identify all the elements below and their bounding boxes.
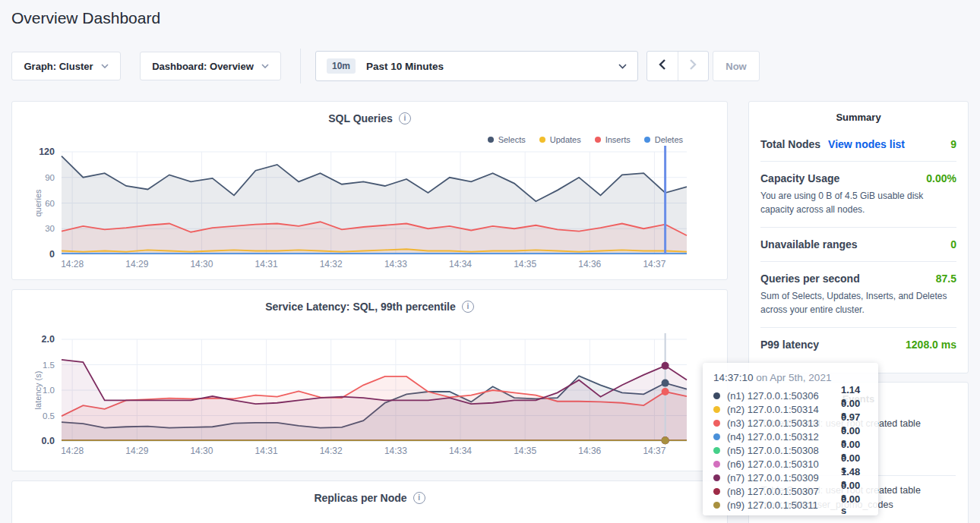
page-title: Overview Dashboard bbox=[11, 9, 160, 27]
service-latency-chart-card: Service Latency: SQL, 99th percentilei 1… bbox=[11, 289, 728, 471]
tooltip-node-label: (n2) 127.0.0.1:50314 bbox=[727, 404, 841, 415]
time-range-badge: 10m bbox=[327, 58, 356, 74]
legend-item-selects[interactable]: Selects bbox=[488, 135, 526, 144]
graph-scope-label: Graph: Cluster bbox=[24, 61, 93, 72]
svg-text:queries: queries bbox=[33, 189, 43, 217]
dashboard-dropdown[interactable]: Dashboard: Overview bbox=[140, 52, 281, 80]
svg-text:1.0: 1.0 bbox=[43, 386, 55, 395]
summary-row: Total NodesView nodes list9 bbox=[760, 128, 956, 162]
tooltip-node-value: 0.00 s bbox=[841, 493, 868, 516]
summary-row: Unavailable ranges0 bbox=[760, 228, 956, 262]
chevron-down-icon bbox=[101, 64, 109, 68]
svg-text:0: 0 bbox=[49, 249, 55, 260]
svg-text:latency (s): latency (s) bbox=[33, 371, 43, 410]
legend-label: Deletes bbox=[655, 135, 683, 144]
series-color-dot bbox=[713, 474, 720, 481]
info-icon[interactable]: i bbox=[413, 492, 425, 504]
replicas-per-node-chart-card: Replicas per Nodei bbox=[11, 480, 728, 523]
svg-text:1.5: 1.5 bbox=[43, 361, 55, 370]
summary-row-value: 1208.0 ms bbox=[906, 339, 956, 351]
chevron-down-icon bbox=[618, 64, 627, 69]
summary-row-label: Capacity Usage bbox=[760, 172, 839, 184]
legend-item-updates[interactable]: Updates bbox=[539, 135, 581, 144]
series-color-dot bbox=[713, 461, 720, 468]
info-icon[interactable]: i bbox=[399, 112, 411, 124]
svg-text:0.5: 0.5 bbox=[43, 411, 55, 421]
svg-text:14:32: 14:32 bbox=[320, 446, 343, 456]
svg-text:90: 90 bbox=[45, 173, 55, 182]
legend-item-deletes[interactable]: Deletes bbox=[644, 135, 683, 144]
time-range-label: Past 10 Minutes bbox=[366, 61, 444, 72]
svg-text:14:33: 14:33 bbox=[384, 446, 407, 456]
svg-text:14:31: 14:31 bbox=[255, 259, 278, 269]
time-range-dropdown[interactable]: 10m Past 10 Minutes bbox=[315, 51, 638, 81]
summary-row: P99 latency1208.0 ms bbox=[760, 328, 956, 361]
dashboard-label: Dashboard: Overview bbox=[152, 61, 254, 72]
svg-text:14:28: 14:28 bbox=[61, 259, 84, 269]
summary-row-value: 87.5 bbox=[936, 273, 956, 285]
legend-color-dot bbox=[539, 137, 545, 143]
svg-text:14:29: 14:29 bbox=[125, 259, 148, 269]
series-color-dot bbox=[713, 502, 720, 509]
svg-text:14:34: 14:34 bbox=[449, 446, 472, 456]
controls-divider bbox=[300, 49, 301, 83]
summary-row-value: 9 bbox=[950, 138, 956, 150]
summary-row-label: Unavailable ranges bbox=[760, 238, 858, 250]
svg-text:14:33: 14:33 bbox=[384, 259, 407, 269]
svg-text:14:34: 14:34 bbox=[449, 259, 472, 269]
graph-scope-dropdown[interactable]: Graph: Cluster bbox=[11, 52, 121, 80]
svg-text:120: 120 bbox=[39, 147, 55, 157]
time-nav-group bbox=[646, 51, 709, 81]
summary-row-head: Total NodesView nodes list9 bbox=[760, 138, 956, 150]
info-icon[interactable]: i bbox=[462, 301, 474, 313]
chart-title-replicas-per-node: Replicas per Node bbox=[314, 492, 406, 504]
tooltip-node-label: (n4) 127.0.0.1:50312 bbox=[727, 431, 841, 443]
summary-row-description: You are using 0 B of 4.5 GiB usable disk… bbox=[760, 189, 956, 216]
summary-row-value: 0 bbox=[950, 238, 956, 250]
series-color-dot bbox=[713, 406, 720, 413]
sql-queries-legend: SelectsUpdatesInsertsDeletes bbox=[488, 135, 683, 144]
series-color-dot bbox=[713, 420, 720, 427]
svg-text:14:29: 14:29 bbox=[125, 446, 148, 456]
svg-text:0.0: 0.0 bbox=[42, 436, 55, 446]
legend-label: Updates bbox=[550, 135, 581, 144]
time-next-button[interactable] bbox=[678, 52, 709, 80]
svg-text:14:28: 14:28 bbox=[61, 446, 84, 456]
summary-row-value: 0.00% bbox=[926, 172, 956, 184]
legend-color-dot bbox=[644, 137, 650, 143]
series-color-dot bbox=[713, 433, 720, 440]
tooltip-node-label: (n1) 127.0.0.1:50306 bbox=[727, 390, 841, 402]
tooltip-node-label: (n7) 127.0.0.1:50309 bbox=[727, 472, 841, 484]
svg-text:14:36: 14:36 bbox=[578, 259, 601, 269]
summary-row: Queries per second87.5Sum of Selects, Up… bbox=[760, 262, 956, 328]
time-prev-button[interactable] bbox=[647, 52, 678, 80]
chevron-left-icon bbox=[659, 58, 666, 74]
sql-queries-chart-card: SQL Queriesi SelectsUpdatesInsertsDelete… bbox=[11, 101, 728, 280]
legend-color-dot bbox=[595, 137, 601, 143]
svg-text:14:32: 14:32 bbox=[320, 259, 343, 269]
svg-text:14:37: 14:37 bbox=[643, 259, 665, 269]
svg-text:14:35: 14:35 bbox=[514, 259, 536, 269]
summary-title: Summary bbox=[760, 112, 956, 123]
summary-row-head: Unavailable ranges0 bbox=[760, 238, 956, 250]
tooltip-node-label: (n6) 127.0.0.1:50310 bbox=[727, 458, 841, 470]
legend-label: Inserts bbox=[605, 135, 631, 144]
summary-row-head: P99 latency1208.0 ms bbox=[760, 339, 956, 351]
series-color-dot bbox=[713, 488, 720, 495]
chevron-down-icon bbox=[261, 64, 269, 68]
now-button[interactable]: Now bbox=[713, 51, 760, 81]
view-nodes-list-link[interactable]: View nodes list bbox=[828, 138, 905, 150]
summary-row-label: Queries per second bbox=[760, 273, 860, 285]
series-color-dot bbox=[713, 447, 720, 454]
tooltip-node-label: (n5) 127.0.0.1:50308 bbox=[727, 445, 841, 456]
tooltip-node-row: (n9) 127.0.0.1:503110.00 s bbox=[713, 498, 868, 512]
chart-title-service-latency: Service Latency: SQL, 99th percentile bbox=[265, 301, 456, 313]
legend-item-inserts[interactable]: Inserts bbox=[595, 135, 631, 144]
tooltip-timestamp: 14:37:10 on Apr 5th, 2021 bbox=[713, 372, 868, 383]
summary-row-head: Capacity Usage0.00% bbox=[760, 172, 956, 184]
svg-text:14:37: 14:37 bbox=[643, 446, 665, 456]
legend-label: Selects bbox=[498, 135, 526, 144]
svg-text:2.0: 2.0 bbox=[42, 334, 55, 345]
svg-text:14:30: 14:30 bbox=[190, 446, 213, 456]
tooltip-node-label: (n9) 127.0.0.1:50311 bbox=[727, 499, 841, 511]
